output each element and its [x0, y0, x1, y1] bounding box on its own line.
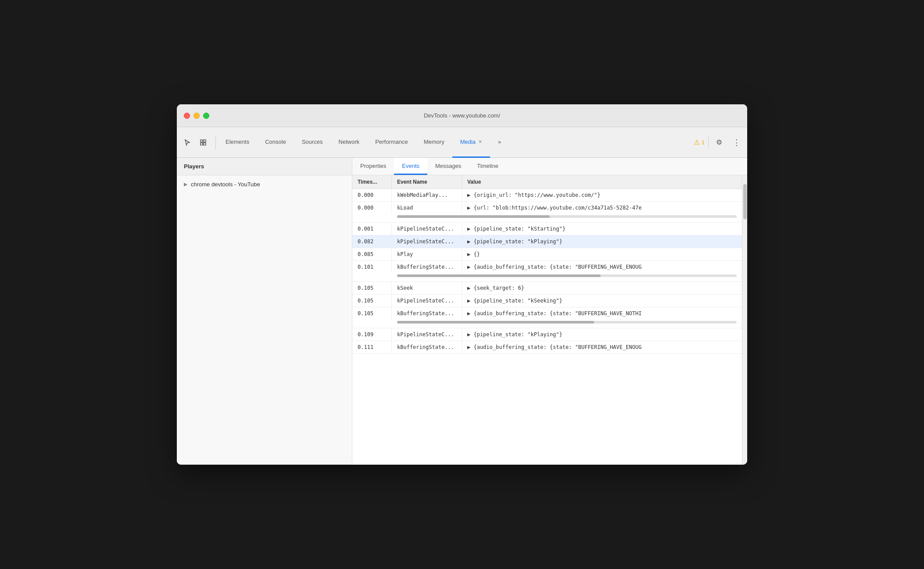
table-row[interactable]: 0.111 kBufferingState... ▶ {audio_buffer…: [352, 341, 742, 354]
cell-event: kBufferingState...: [392, 261, 462, 273]
players-header: Players: [177, 158, 352, 175]
events-table[interactable]: Times... Event Name Value 0.000 kWebMedi…: [352, 175, 742, 465]
expand-arrow-icon: ▶: [184, 181, 187, 187]
cell-event: kPipelineStateC...: [392, 295, 462, 307]
cell-value: ▶ {pipeline_state: "kPlaying"}: [462, 235, 742, 248]
subtab-messages[interactable]: Messages: [427, 158, 469, 175]
warning-count: 1: [702, 139, 705, 146]
sub-tabs: Properties Events Messages Timeline: [352, 158, 747, 175]
right-panel: Properties Events Messages Timeline Time…: [352, 158, 747, 465]
table-row[interactable]: 0.001 kPipelineStateC... ▶ {pipeline_sta…: [352, 223, 742, 235]
subtab-timeline[interactable]: Timeline: [469, 158, 506, 175]
tab-media-close[interactable]: ✕: [478, 139, 482, 145]
cell-value: ▶ {origin_url: "https://www.youtube.com/…: [462, 189, 742, 201]
table-row[interactable]: 0.085 kPlay ▶ {}: [352, 248, 742, 261]
tab-sources[interactable]: Sources: [294, 127, 331, 158]
cell-value: ▶ {}: [462, 248, 742, 260]
tab-console[interactable]: Console: [257, 127, 294, 158]
svg-rect-3: [204, 143, 206, 145]
minimize-button[interactable]: [193, 113, 200, 119]
scrollbar-thumb[interactable]: [743, 184, 747, 219]
cell-event: kPlay: [392, 248, 462, 260]
more-options-button[interactable]: ⋮: [730, 135, 744, 149]
table-row-group: 0.105 kBufferingState... ▶ {audio_buffer…: [352, 307, 742, 328]
cell-time: 0.000: [352, 189, 392, 201]
table-row[interactable]: 0.000 kWebMediaPlay... ▶ {origin_url: "h…: [352, 189, 742, 202]
cell-value: ▶ {pipeline_state: "kPlaying"}: [462, 328, 742, 341]
table-row[interactable]: 0.101 kBufferingState... ▶ {audio_buffer…: [352, 261, 742, 273]
table-row-group: 0.000 kLoad ▶ {url: "blob:https://www.yo…: [352, 202, 742, 223]
cell-time: 0.000: [352, 202, 392, 214]
devtools-toolbar: Elements Console Sources Network Perform…: [177, 127, 747, 158]
col-value: Value: [462, 175, 742, 188]
cell-event: kPipelineStateC...: [392, 328, 462, 341]
cell-value: ▶ {audio_buffering_state: {state: "BUFFE…: [462, 307, 742, 320]
players-sidebar: Players ▶ chrome devtools - YouTube: [177, 158, 352, 465]
table-header: Times... Event Name Value: [352, 175, 742, 189]
table-row[interactable]: 0.105 kPipelineStateC... ▶ {pipeline_sta…: [352, 295, 742, 307]
maximize-button[interactable]: [203, 113, 209, 119]
cell-event: kBufferingState...: [392, 341, 462, 353]
title-bar: DevTools - www.youtube.com/: [177, 104, 747, 127]
table-row-group: 0.101 kBufferingState... ▶ {audio_buffer…: [352, 261, 742, 282]
table-row[interactable]: 0.109 kPipelineStateC... ▶ {pipeline_sta…: [352, 328, 742, 341]
close-button[interactable]: [184, 113, 190, 119]
cell-value: ▶ {seek_target: 6}: [462, 282, 742, 294]
tab-memory[interactable]: Memory: [416, 127, 452, 158]
horizontal-scrollbar[interactable]: [352, 214, 742, 223]
warning-icon: ⚠: [694, 138, 700, 146]
table-row[interactable]: 0.000 kLoad ▶ {url: "blob:https://www.yo…: [352, 202, 742, 214]
cell-time: 0.105: [352, 295, 392, 307]
window-title: DevTools - www.youtube.com/: [424, 112, 500, 119]
nav-tabs: Elements Console Sources Network Perform…: [218, 127, 687, 158]
more-options-icon: ⋮: [733, 138, 741, 147]
right-panel-wrapper: Times... Event Name Value 0.000 kWebMedi…: [352, 175, 747, 465]
tab-performance[interactable]: Performance: [367, 127, 415, 158]
cursor-tool-button[interactable]: [180, 135, 194, 149]
svg-rect-0: [201, 140, 203, 142]
main-content: Players ▶ chrome devtools - YouTube Prop…: [177, 158, 747, 465]
toolbar-right: ⚠ 1 ⚙ ⋮: [687, 135, 744, 149]
cell-time: 0.105: [352, 307, 392, 320]
devtools-window: DevTools - www.youtube.com/ Elements: [177, 104, 747, 465]
cell-time: 0.082: [352, 235, 392, 248]
table-row[interactable]: 0.105 kSeek ▶ {seek_target: 6}: [352, 282, 742, 295]
svg-rect-2: [201, 143, 203, 145]
sidebar-item-youtube[interactable]: ▶ chrome devtools - YouTube: [177, 175, 352, 193]
horizontal-scrollbar[interactable]: [352, 320, 742, 328]
cell-time: 0.085: [352, 248, 392, 260]
svg-rect-1: [204, 140, 206, 142]
warning-badge[interactable]: ⚠ 1: [690, 136, 709, 148]
table-row[interactable]: 0.105 kBufferingState... ▶ {audio_buffer…: [352, 307, 742, 320]
cell-value: ▶ {pipeline_state: "kSeeking"}: [462, 295, 742, 307]
cell-time: 0.109: [352, 328, 392, 341]
cell-value: ▶ {audio_buffering_state: {state: "BUFFE…: [462, 261, 742, 273]
tab-elements[interactable]: Elements: [218, 127, 257, 158]
col-event-name: Event Name: [392, 175, 462, 188]
cell-time: 0.105: [352, 282, 392, 294]
settings-button[interactable]: ⚙: [712, 135, 726, 149]
traffic-lights: [184, 113, 209, 119]
cell-value: ▶ {url: "blob:https://www.youtube.com/c3…: [462, 202, 742, 214]
table-row[interactable]: 0.082 kPipelineStateC... ▶ {pipeline_sta…: [352, 235, 742, 248]
tab-media[interactable]: Media ✕: [452, 127, 490, 158]
subtab-events[interactable]: Events: [394, 158, 427, 175]
subtab-properties[interactable]: Properties: [352, 158, 394, 175]
cell-time: 0.111: [352, 341, 392, 353]
cell-time: 0.101: [352, 261, 392, 273]
toolbar-icons: [180, 135, 216, 149]
settings-icon: ⚙: [716, 138, 722, 146]
cell-value: ▶ {audio_buffering_state: {state: "BUFFE…: [462, 341, 742, 353]
cell-event: kWebMediaPlay...: [392, 189, 462, 201]
cell-event: kPipelineStateC...: [392, 223, 462, 235]
vertical-scrollbar[interactable]: [742, 175, 747, 465]
horizontal-scrollbar[interactable]: [352, 273, 742, 282]
cell-event: kPipelineStateC...: [392, 235, 462, 248]
cell-event: kSeek: [392, 282, 462, 294]
inspect-tool-button[interactable]: [196, 135, 210, 149]
cell-time: 0.001: [352, 223, 392, 235]
cell-event: kBufferingState...: [392, 307, 462, 320]
tab-more[interactable]: »: [490, 127, 509, 158]
tab-network[interactable]: Network: [331, 127, 368, 158]
cell-value: ▶ {pipeline_state: "kStarting"}: [462, 223, 742, 235]
